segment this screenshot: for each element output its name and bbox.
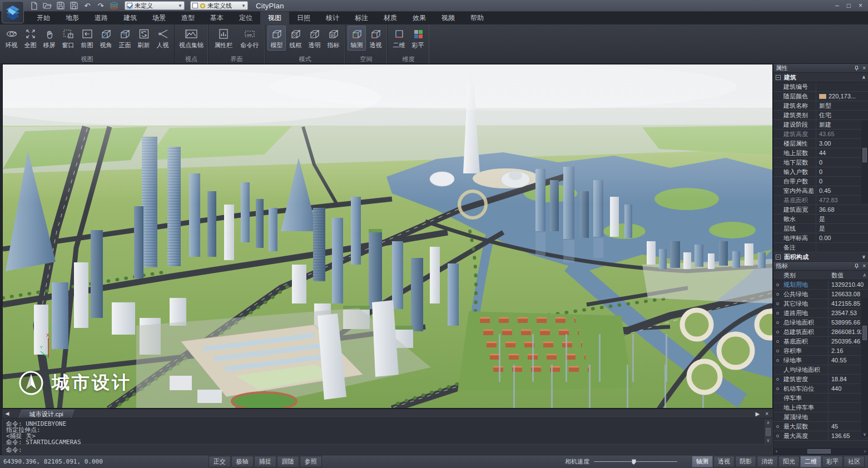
indicator-row[interactable]: 其它绿地412155.85 — [773, 299, 868, 308]
minimize-button[interactable]: – — [835, 2, 839, 9]
property-row[interactable]: 建筑名称新型 — [773, 101, 868, 111]
model-mode-button[interactable]: 模型 — [267, 26, 286, 51]
scroll-up-icon[interactable]: ∧ — [862, 271, 866, 280]
property-row[interactable]: 自带户数0 — [773, 177, 868, 186]
refresh-button[interactable]: 刷新 — [135, 26, 153, 51]
perspective-mode-button[interactable]: 透视 — [713, 456, 735, 467]
orbit-view-button[interactable]: 环视 — [2, 26, 21, 51]
section-area-composition[interactable]: − 面积构成 ∨ — [773, 252, 868, 262]
property-row[interactable]: 建筑高度43.65 — [773, 130, 868, 139]
close-doc-tab-button[interactable]: × — [765, 411, 768, 417]
tab-bangzhu[interactable]: 帮助 — [463, 12, 492, 24]
polar-button[interactable]: 极轴 — [231, 456, 254, 467]
color-plan-mode-button[interactable]: 彩平 — [822, 456, 843, 467]
color-plan-button[interactable]: 彩平 — [409, 26, 427, 51]
layer-dropdown[interactable]: 未定义 ▼ — [125, 1, 185, 10]
pin-icon[interactable] — [854, 263, 859, 269]
tab-shipin[interactable]: 视频 — [434, 12, 463, 24]
window-zoom-button[interactable]: 窗口 — [59, 26, 77, 51]
scroll-right-icon[interactable]: › — [862, 449, 868, 454]
property-row[interactable]: 地上层数44 — [773, 148, 868, 158]
property-row[interactable]: 地坪标高0.00 — [773, 233, 868, 243]
section-building[interactable]: − 建筑 ∧ — [773, 73, 868, 82]
viewpoint-collection-button[interactable]: 视点集锦 — [177, 26, 206, 51]
indicator-row[interactable]: 道路用地23547.53 — [773, 308, 868, 318]
tab-kaishi[interactable]: 开始 — [29, 12, 58, 24]
property-bar-button[interactable]: 属性栏 — [211, 26, 236, 51]
transparent-mode-button[interactable]: 透明 — [305, 26, 324, 51]
save-as-icon[interactable] — [69, 1, 79, 10]
camera-speed-slider[interactable] — [594, 459, 677, 465]
next-doc-tab-button[interactable]: ▶ — [755, 411, 760, 417]
close-button[interactable]: × — [859, 2, 862, 9]
property-row[interactable]: 基底面积472.83 — [773, 196, 868, 205]
track-button[interactable]: 跟随 — [277, 456, 299, 467]
pin-icon[interactable] — [854, 66, 859, 71]
save-icon[interactable] — [56, 1, 66, 10]
layer-color-swatch[interactable] — [819, 94, 826, 99]
close-panel-icon[interactable]: × — [862, 263, 866, 269]
property-row[interactable]: 备注 — [773, 243, 868, 252]
tab-shitu[interactable]: 视图 — [260, 12, 289, 24]
property-row[interactable]: 建筑类别住宅 — [773, 111, 868, 120]
indicator-row[interactable]: 机动车泊位440 — [773, 384, 868, 394]
indicator-row[interactable]: 公共绿地126633.08 — [773, 290, 868, 299]
tab-jiben[interactable]: 基本 — [202, 12, 231, 24]
close-panel-icon[interactable]: × — [862, 65, 866, 71]
pan-button[interactable]: 移屏 — [40, 26, 58, 51]
view-angle-button[interactable]: 视角 — [97, 26, 115, 51]
shadow-mode-button[interactable]: 阴影 — [735, 456, 756, 467]
indicator-row[interactable]: 建筑密度18.84 — [773, 375, 868, 384]
app-logo-icon[interactable] — [2, 1, 24, 23]
indicator-row[interactable]: 总建筑面积2866081.92 — [773, 327, 868, 337]
property-row[interactable]: 散水是 — [773, 215, 868, 224]
scroll-up-icon[interactable]: ∧ — [767, 420, 770, 426]
collapse-icon[interactable]: − — [776, 255, 781, 260]
sunlight-mode-button[interactable]: 阳光 — [778, 456, 800, 467]
snap-button[interactable]: 捕捉 — [254, 456, 276, 467]
scrollbar-thumb[interactable] — [862, 148, 867, 162]
axonometric-button[interactable]: 轴测 — [348, 26, 366, 51]
property-row[interactable]: 楼层属性3.00 — [773, 139, 868, 148]
command-history[interactable]: 命令: UNHIDEBYONE 指定拉伸点: <捕捉 关> 命令: STARTD… — [2, 419, 773, 444]
property-row[interactable]: 随层颜色220,173... — [773, 92, 868, 101]
tab-biaozhu[interactable]: 标注 — [347, 12, 376, 24]
tab-rizhao[interactable]: 日照 — [289, 12, 318, 24]
tab-jianzhu[interactable]: 建筑 — [116, 12, 145, 24]
indicator-row[interactable]: 最大层数45 — [773, 422, 868, 431]
reference-button[interactable]: 参照 — [300, 456, 322, 467]
tab-heji[interactable]: 核计 — [318, 12, 347, 24]
layer-checkbox[interactable] — [127, 3, 132, 8]
tab-caizhi[interactable]: 材质 — [376, 12, 405, 24]
indicator-row[interactable]: 基底面积250395.46 — [773, 337, 868, 346]
property-row[interactable]: 地下层数0 — [773, 158, 868, 167]
scrollbar-thumb[interactable] — [807, 449, 831, 454]
redo-icon[interactable]: ↷ — [96, 1, 106, 10]
command-scrollbar[interactable]: ∧ ∨ — [765, 420, 772, 444]
properties-scrollbar[interactable] — [861, 120, 868, 203]
person-view-button[interactable]: 人视 — [153, 26, 172, 51]
indicator-row[interactable]: 人均绿地面积 — [773, 365, 868, 375]
wireframe-mode-button[interactable]: 线框 — [286, 26, 305, 51]
scroll-down-icon[interactable]: ∨ — [863, 432, 866, 437]
two-d-mode-button[interactable]: 二维 — [800, 456, 821, 467]
collapse-icon[interactable]: − — [776, 75, 781, 80]
tab-xiaoguo[interactable]: 效果 — [405, 12, 434, 24]
tab-zaoxing[interactable]: 造型 — [173, 12, 202, 24]
scrollbar-thumb[interactable] — [766, 428, 771, 436]
property-row[interactable]: 建筑编号 — [773, 82, 868, 92]
maximize-button[interactable]: □ — [847, 2, 851, 9]
two-d-button[interactable]: 二维 — [390, 26, 408, 51]
indicator-row[interactable]: 地上停车率 — [773, 403, 868, 412]
perspective-button[interactable]: 透视 — [366, 26, 385, 51]
indicator-row[interactable]: 屋顶绿地 — [773, 412, 868, 422]
scroll-up-icon[interactable]: ∧ — [862, 74, 866, 80]
antialias-mode-button[interactable]: 消齿 — [757, 456, 778, 467]
indicator-row[interactable]: 最大高度136.65 — [773, 431, 868, 441]
indicators-scrollbar[interactable]: ∨ — [861, 298, 868, 437]
indicator-row[interactable]: 绿地率40.55 — [773, 356, 868, 365]
zoom-extents-button[interactable]: 全图 — [21, 26, 39, 51]
3d-city-scene[interactable] — [3, 64, 773, 409]
indicator-row[interactable]: 规划用地1329210.40 — [773, 280, 868, 290]
scroll-left-icon[interactable]: ‹ — [773, 449, 780, 454]
